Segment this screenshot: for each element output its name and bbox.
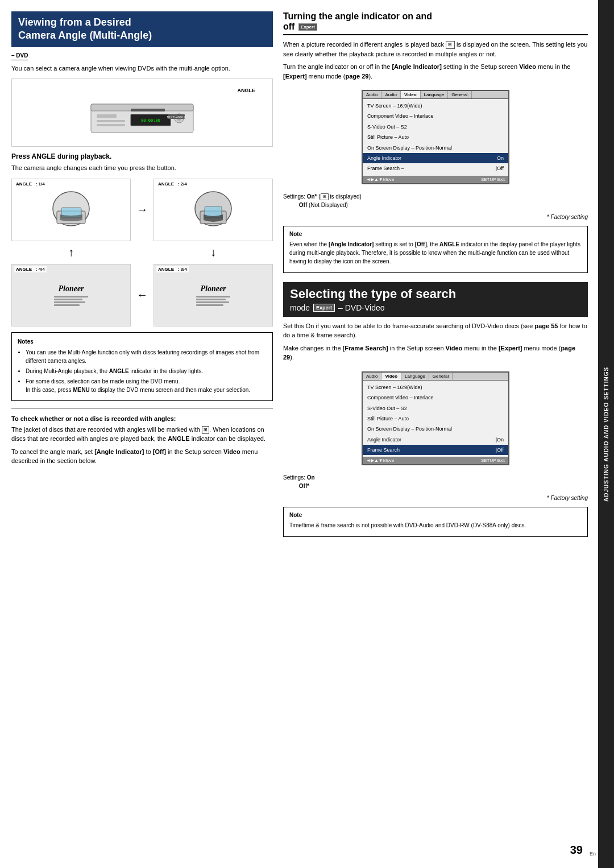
settings-footer-1: ◄▶▲▼Move SETUP Exit xyxy=(363,176,508,183)
footer-move-2: ◄▶▲▼Move xyxy=(366,458,394,463)
row-onscreen-1: On Screen Display – Position-Normal xyxy=(363,143,508,153)
settings-screen-2-wrapper: Audio Video Language General TV Screen –… xyxy=(283,366,588,472)
tab-audio1: Audio xyxy=(363,91,381,98)
note-text-2: Time/time & frame search is not possible… xyxy=(289,521,582,530)
arrow-up: ↑ xyxy=(11,241,131,264)
arrow-center xyxy=(131,241,154,264)
note-item-1: You can use the Multi-Angle function onl… xyxy=(26,348,267,365)
angle-mark-icon: ⊞ xyxy=(202,426,209,434)
settings-screen-1: Audio Audio Video Language General TV Sc… xyxy=(362,90,509,184)
svg-rect-5 xyxy=(97,114,117,118)
tab-video1: Video xyxy=(401,91,421,98)
row-angle-indicator-2: Angle Indicator|On xyxy=(363,435,508,445)
intro-text: You can select a camera angle when viewi… xyxy=(11,64,273,73)
disc-check-section: To check whether or not a disc is record… xyxy=(11,415,273,466)
section1-title: Viewing from a Desired Camera Angle (Mul… xyxy=(18,16,266,43)
tab-general2: General xyxy=(429,373,453,380)
footer-exit-2: SETUP Exit xyxy=(481,458,505,463)
helmet-2 xyxy=(188,187,239,233)
angle-grid: ANGLE : 1/4 → ANGLE : 2/4 xyxy=(11,179,273,326)
press-title: Press ANGLE during playback. xyxy=(11,152,273,160)
left-column: Viewing from a Desired Camera Angle (Mul… xyxy=(11,11,273,857)
tab-video2: Video xyxy=(381,373,401,380)
settings-on-label-2: Settings: On Off* xyxy=(283,473,588,490)
section2-p2: Make changes in the [Frame Search] in th… xyxy=(283,344,588,362)
disc-check-title: To check whether or not a disc is record… xyxy=(11,415,273,422)
tab-audio2: Audio xyxy=(381,91,400,98)
arrow-left: ← xyxy=(131,264,154,326)
notes-title: Notes xyxy=(18,337,267,346)
tab-language2: Language xyxy=(401,373,429,380)
mode-label: mode xyxy=(290,303,310,312)
press-desc: The camera angle changes each time you p… xyxy=(11,163,273,173)
row-tv-screen-2: TV Screen – 16:9(Wide) xyxy=(363,382,508,392)
note-text-1: Even when the [Angle Indicator] setting … xyxy=(289,240,582,266)
angle-label: ANGLE xyxy=(238,88,256,93)
on-icon: ⊞ xyxy=(321,193,329,200)
settings-footer-2: ◄▶▲▼Move SETUP Exit xyxy=(363,457,508,464)
footer-exit-1: SETUP Exit xyxy=(481,177,505,182)
settings-rows-2: TV Screen – 16:9(Wide) Component Video –… xyxy=(363,381,508,457)
tab-general1: General xyxy=(448,91,471,98)
dvd-label: – DVD xyxy=(11,52,28,60)
dvd-video-label: – DVD-Video xyxy=(338,303,384,312)
row-frame-search-2: Frame Search|Off xyxy=(363,445,508,455)
note-item-3: For some discs, selection can be made us… xyxy=(26,377,267,394)
section-divider xyxy=(11,408,273,408)
notes-list: You can use the Multi-Angle function onl… xyxy=(18,348,267,394)
factory-setting-1: * Factory setting xyxy=(283,213,588,221)
svg-rect-7 xyxy=(97,124,125,126)
tab-audio3: Audio xyxy=(363,373,381,380)
row-frame-search-1: Frame Search –|Off xyxy=(363,163,508,173)
note-title-1: Note xyxy=(289,230,582,238)
angle-cell-1: ANGLE : 1/4 xyxy=(11,179,131,241)
settings-tabs-1: Audio Audio Video Language General xyxy=(363,91,508,99)
row-component-1: Component Video – Interlace xyxy=(363,111,508,121)
back-icon: ⊞ xyxy=(446,41,455,49)
page: Viewing from a Desired Camera Angle (Mul… xyxy=(0,0,614,868)
expert-badge-1: Expert xyxy=(298,23,317,31)
row-component-2: Component Video – Interlace xyxy=(363,392,508,403)
expert-badge-2: Expert xyxy=(313,304,335,312)
row-onscreen-2: On Screen Display – Position-Normal xyxy=(363,424,508,434)
angle-cell-4: ANGLE : 4/4 Pioneer xyxy=(11,264,131,326)
right-column: Turning the angle indicator on and off E… xyxy=(283,11,588,857)
svg-rect-6 xyxy=(97,120,125,122)
main-content: Viewing from a Desired Camera Angle (Mul… xyxy=(0,0,598,868)
device-svg: 00:00:00 MULTI-ANGLE xyxy=(85,84,199,141)
note-item-2: During Multi-Angle playback, the ANGLE i… xyxy=(26,367,267,375)
note-box-2: Note Time/time & frame search is not pos… xyxy=(283,507,588,537)
settings-on-label-1: Settings: On* (⊞ is displayed) Off (Not … xyxy=(283,192,588,209)
right-p2: Turn the angle indicator on or off in th… xyxy=(283,62,588,81)
row-tv-screen-1: TV Screen – 16:9(Wide) xyxy=(363,101,508,111)
row-svideo-1: S-Video Out – S2 xyxy=(363,122,508,132)
svg-rect-2 xyxy=(131,109,165,111)
settings-screen-1-wrapper: Audio Audio Video Language General TV Sc… xyxy=(283,84,588,190)
section2-subtitle: mode Expert – DVD-Video xyxy=(290,303,581,312)
svg-text:00:00:00: 00:00:00 xyxy=(141,118,160,123)
note-title-2: Note xyxy=(289,511,582,519)
section2-header: Selecting the type of search mode Expert… xyxy=(283,282,588,317)
disc-check-desc: The jacket of discs that are recorded wi… xyxy=(11,425,273,444)
settings-screen-2: Audio Video Language General TV Screen –… xyxy=(362,371,509,466)
arrow-down: ↓ xyxy=(154,241,273,264)
right-section1-header: Turning the angle indicator on and off E… xyxy=(283,11,588,35)
helmet-1 xyxy=(45,187,97,233)
section1-header: Viewing from a Desired Camera Angle (Mul… xyxy=(11,11,273,47)
right-p1: When a picture recorded in different ang… xyxy=(283,40,588,59)
svg-text:MULTI-ANGLE: MULTI-ANGLE xyxy=(167,115,186,119)
section2-title: Selecting the type of search xyxy=(290,287,581,301)
device-illustration: ANGLE 00:00:00 xyxy=(11,78,273,147)
angle-cell-3: ANGLE : 3/4 Pioneer xyxy=(154,264,273,326)
row-still-2: Still Picture – Auto xyxy=(363,414,508,424)
angle-cell-2: ANGLE : 2/4 xyxy=(154,179,273,241)
factory-setting-2: * Factory setting xyxy=(283,494,588,502)
settings-tabs-2: Audio Video Language General xyxy=(363,373,508,381)
tab-language1: Language xyxy=(421,91,449,98)
row-still-1: Still Picture – Auto xyxy=(363,132,508,142)
disc-cancel-desc: To cancel the angle mark, set [Angle Ind… xyxy=(11,447,273,466)
arrow-right: → xyxy=(131,179,154,241)
note-box-1: Note Even when the [Angle Indicator] set… xyxy=(283,226,588,273)
page-number: 39 xyxy=(570,844,583,857)
row-angle-indicator-1: Angle IndicatorOn xyxy=(363,153,508,163)
